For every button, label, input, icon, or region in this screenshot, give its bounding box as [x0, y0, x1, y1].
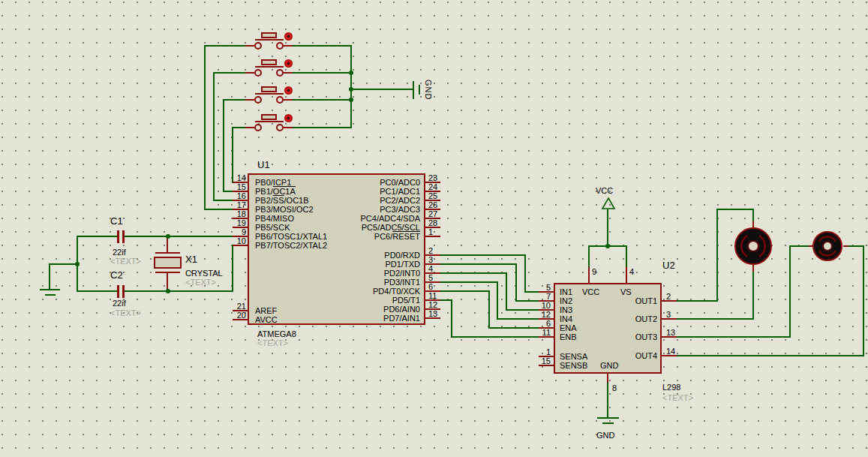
wire[interactable]: [497, 281, 498, 320]
wire[interactable]: [626, 245, 627, 267]
push-button-body[interactable]: [261, 86, 277, 92]
ground-symbol[interactable]: [419, 85, 420, 95]
pin-number: 10: [534, 301, 551, 310]
wire[interactable]: [607, 383, 608, 418]
wire[interactable]: [488, 290, 490, 329]
wire[interactable]: [677, 318, 754, 320]
pin-stub[interactable]: [843, 245, 848, 247]
button-terminal[interactable]: [276, 124, 284, 131]
button-actuator-icon[interactable]: [284, 32, 293, 41]
pin-label: IN2: [560, 296, 572, 305]
ground-symbol[interactable]: [413, 81, 414, 99]
pin-stub[interactable]: [284, 99, 293, 101]
push-button-body[interactable]: [261, 32, 277, 38]
junction-dot: [349, 71, 353, 75]
button-terminal[interactable]: [276, 42, 284, 50]
pin-stub[interactable]: [284, 127, 293, 128]
wire[interactable]: [588, 245, 590, 267]
pin-number: 4: [428, 264, 433, 273]
wire[interactable]: [863, 245, 864, 356]
wire[interactable]: [49, 263, 50, 290]
button-actuator-icon[interactable]: [284, 114, 293, 122]
wire[interactable]: [607, 209, 608, 247]
button-terminal[interactable]: [254, 96, 262, 104]
button-actuator-icon[interactable]: [284, 59, 293, 68]
ground-symbol[interactable]: [602, 422, 614, 424]
capacitor-plate[interactable]: [117, 230, 119, 243]
button-terminal[interactable]: [276, 69, 284, 77]
wire[interactable]: [49, 263, 77, 265]
wire[interactable]: [214, 72, 245, 74]
wire[interactable]: [524, 254, 526, 293]
wire[interactable]: [677, 300, 717, 302]
button-actuator-icon[interactable]: [284, 86, 293, 95]
wire[interactable]: [293, 72, 351, 74]
wire[interactable]: [440, 263, 516, 265]
schematic-canvas[interactable]: GND C1 22if <TEXT> C2 22if <TEXT> X1 CRY…: [0, 0, 868, 457]
dc-motor-2[interactable]: [812, 230, 843, 262]
button-terminal[interactable]: [254, 69, 262, 77]
wire[interactable]: [232, 245, 233, 292]
pin-stub[interactable]: [626, 267, 627, 283]
wire[interactable]: [789, 245, 791, 338]
wire[interactable]: [789, 245, 809, 247]
wire[interactable]: [223, 99, 224, 192]
ground-symbol[interactable]: [40, 289, 60, 290]
wire[interactable]: [451, 299, 452, 338]
dc-motor-1[interactable]: [733, 226, 773, 266]
wire[interactable]: [350, 89, 413, 90]
component-value: 22if: [113, 299, 126, 308]
wire[interactable]: [716, 209, 718, 302]
pin-stub[interactable]: [245, 45, 254, 47]
vcc-symbol[interactable]: [601, 197, 616, 210]
wire[interactable]: [440, 299, 452, 301]
button-terminal[interactable]: [254, 124, 262, 131]
wire[interactable]: [213, 72, 215, 201]
wire[interactable]: [440, 290, 489, 292]
button-terminal[interactable]: [254, 42, 262, 50]
pin-stub[interactable]: [245, 127, 254, 128]
pin-stub[interactable]: [245, 99, 254, 101]
pin-label: ENA: [560, 323, 577, 332]
wire[interactable]: [293, 45, 351, 47]
wire[interactable]: [488, 327, 539, 329]
wire[interactable]: [677, 336, 791, 338]
wire[interactable]: [716, 209, 754, 210]
wire[interactable]: [515, 263, 517, 302]
wire[interactable]: [440, 281, 497, 283]
wire[interactable]: [752, 209, 754, 222]
crystal-plate[interactable]: [155, 272, 180, 273]
crystal-plate[interactable]: [155, 252, 180, 254]
button-terminal[interactable]: [276, 96, 284, 104]
wire[interactable]: [752, 272, 754, 320]
wire[interactable]: [677, 355, 864, 356]
wire[interactable]: [125, 290, 233, 292]
pin-stub[interactable]: [588, 267, 590, 283]
push-button-body[interactable]: [261, 114, 277, 120]
wire[interactable]: [224, 99, 245, 101]
wire[interactable]: [233, 127, 245, 128]
crystal-x1[interactable]: [154, 257, 182, 269]
wire[interactable]: [293, 99, 351, 101]
capacitor-plate[interactable]: [117, 285, 119, 298]
wire[interactable]: [440, 272, 506, 274]
push-button-body[interactable]: [261, 59, 277, 65]
wire[interactable]: [125, 236, 233, 237]
ground-symbol[interactable]: [597, 417, 619, 419]
wire[interactable]: [440, 254, 525, 256]
pin-stub[interactable]: [245, 72, 254, 74]
wire[interactable]: [497, 318, 539, 320]
wire[interactable]: [77, 290, 117, 292]
pin-stub[interactable]: [284, 45, 293, 47]
wire[interactable]: [77, 236, 117, 237]
ground-symbol[interactable]: [45, 294, 56, 296]
pin-stub[interactable]: [284, 72, 293, 74]
pin-stub[interactable]: [607, 374, 608, 383]
wire[interactable]: [848, 245, 863, 247]
wire[interactable]: [451, 336, 539, 338]
wire[interactable]: [506, 272, 507, 311]
wire[interactable]: [204, 45, 206, 210]
pin-number: 12: [534, 310, 551, 319]
wire[interactable]: [293, 127, 351, 128]
wire[interactable]: [205, 45, 245, 47]
